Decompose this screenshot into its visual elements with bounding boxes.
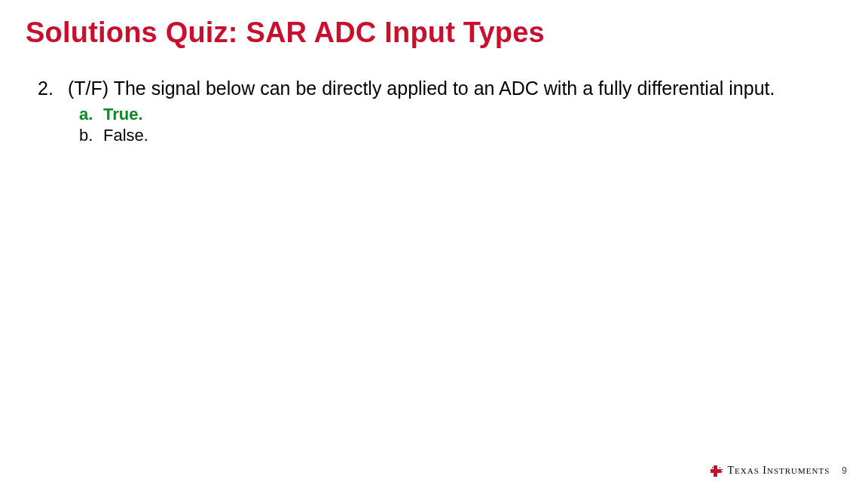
slide: Solutions Quiz: SAR ADC Input Types 2. (… bbox=[0, 0, 868, 488]
answer-letter: b. bbox=[79, 126, 96, 145]
answer-list: a. True. b. False. bbox=[79, 105, 806, 145]
ti-wordmark: TEXAS INSTRUMENTS bbox=[728, 465, 830, 477]
answer-text: True. bbox=[103, 105, 143, 124]
question-number: 2. bbox=[38, 77, 59, 100]
question-text: (T/F) The signal below can be directly a… bbox=[68, 77, 775, 100]
content-area: 2. (T/F) The signal below can be directl… bbox=[38, 77, 806, 145]
page-number: 9 bbox=[842, 465, 847, 476]
answer-b: b. False. bbox=[79, 126, 806, 145]
ti-logo: TEXAS INSTRUMENTS bbox=[708, 464, 830, 477]
answer-letter: a. bbox=[79, 105, 96, 124]
slide-title: Solutions Quiz: SAR ADC Input Types bbox=[26, 17, 545, 49]
question-row: 2. (T/F) The signal below can be directl… bbox=[38, 77, 806, 100]
answer-text: False. bbox=[103, 126, 148, 145]
footer: TEXAS INSTRUMENTS 9 bbox=[708, 464, 848, 477]
ti-chip-icon bbox=[708, 464, 723, 477]
answer-a: a. True. bbox=[79, 105, 806, 124]
